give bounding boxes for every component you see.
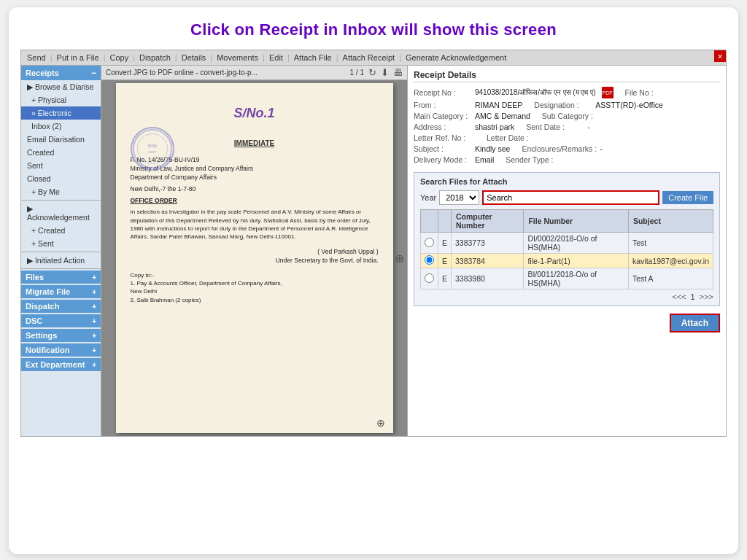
- sidebar-item-closed[interactable]: Closed: [21, 172, 101, 185]
- close-button[interactable]: ✕: [714, 50, 726, 62]
- file-no-label: File No :: [625, 88, 684, 97]
- doc-page-info: 1 / 1: [350, 69, 364, 77]
- sidebar-receipts-header: Receipts −: [21, 66, 101, 80]
- toolbar-movements[interactable]: Movements: [215, 52, 260, 63]
- svg-point-1: [137, 133, 167, 163]
- row3-radio[interactable]: [421, 268, 438, 289]
- sidebar-item-acknowledgement[interactable]: ▶ Acknowledgement: [21, 202, 101, 224]
- from-row: From : RIMAN DEEP Designation : ASSTT(RD…: [414, 101, 720, 109]
- sidebar: Receipts − ▶ Browse & Diarise + Physical…: [21, 66, 101, 436]
- sidebar-item-by-me[interactable]: + By Me: [21, 185, 101, 198]
- sent-date-label: Sent Date :: [526, 122, 584, 131]
- attach-button[interactable]: Attach: [670, 314, 720, 332]
- enclosures-label: Enclosures/Remarks :: [522, 144, 597, 153]
- sidebar-collapse-button[interactable]: −: [91, 68, 96, 78]
- sidebar-section-dsc[interactable]: DSC +: [21, 314, 101, 327]
- year-select[interactable]: 2018 2017 2016: [439, 190, 479, 205]
- pagination-row: <<< 1 >>>: [420, 292, 713, 301]
- designation-value: ASSTT(RD)-eOffice: [595, 101, 663, 109]
- row2-radio[interactable]: [421, 254, 438, 268]
- svg-point-0: [133, 130, 171, 168]
- search-input[interactable]: [482, 190, 659, 205]
- doc-zoom-icon[interactable]: ⊕: [376, 417, 385, 429]
- doc-seal: INDIA GOVT: [131, 127, 174, 171]
- row3-subject: Test A: [628, 268, 713, 289]
- attach-row: Attach: [414, 314, 720, 332]
- receipt-panel: Receipt Details Receipt No : 941038/2018…: [408, 66, 726, 436]
- sidebar-divider-1: [21, 200, 101, 201]
- sidebar-section-files[interactable]: Files +: [21, 271, 101, 284]
- page-last-icon[interactable]: >>>: [700, 292, 713, 301]
- toolbar-details[interactable]: Details: [180, 52, 208, 63]
- sidebar-item-email-diarisation[interactable]: Email Diarisation: [21, 133, 101, 146]
- sidebar-item-electronic[interactable]: » Electronic: [21, 106, 101, 120]
- content-area: Receipts − ▶ Browse & Diarise + Physical…: [21, 66, 726, 436]
- toolbar-attach-file[interactable]: Attach File: [293, 52, 333, 63]
- sidebar-item-initiated-action[interactable]: ▶ Initiated Action: [21, 254, 101, 267]
- sidebar-item-physical[interactable]: + Physical: [21, 93, 101, 106]
- doc-viewer-toolbar: Convert JPG to PDF online - convert-jpg-…: [101, 66, 407, 80]
- row1-radio[interactable]: [421, 233, 438, 254]
- letter-date-label: Letter Date :: [487, 133, 545, 142]
- sidebar-section-migrate-file[interactable]: Migrate File +: [21, 285, 101, 298]
- doc-print-icon[interactable]: 🖶: [393, 67, 403, 78]
- doc-page: S/No.1 INDIA GOVT IMMEDIATE F. No. 14/2: [116, 83, 393, 433]
- toolbar-put-in-file[interactable]: Put in a File: [55, 52, 101, 63]
- migrate-file-expand-icon: +: [92, 288, 96, 296]
- delivery-value: Email: [475, 155, 494, 164]
- sidebar-section-ext-department[interactable]: Ext Department +: [21, 358, 101, 371]
- doc-content: S/No.1 INDIA GOVT IMMEDIATE F. No. 14/2: [101, 80, 407, 436]
- ext-dept-expand-icon: +: [92, 361, 96, 369]
- doc-download-icon[interactable]: ⬇: [381, 67, 389, 78]
- row2-comp-num: 3383784: [452, 254, 524, 268]
- col-subject: Subject: [628, 210, 713, 233]
- sidebar-item-browse-diarise[interactable]: ▶ Browse & Diarise: [21, 80, 101, 93]
- row1-type: E: [438, 233, 452, 254]
- pdf-icon[interactable]: PDF: [602, 87, 614, 98]
- page-first-icon[interactable]: <<<: [672, 292, 686, 301]
- toolbar-edit[interactable]: Edit: [268, 52, 285, 63]
- files-expand-icon: +: [92, 273, 96, 281]
- sidebar-item-ack-created[interactable]: + Created: [21, 224, 101, 237]
- sidebar-section-notification[interactable]: Notification +: [21, 343, 101, 357]
- toolbar-copy[interactable]: Copy: [109, 52, 131, 63]
- doc-title: Convert JPG to PDF online - convert-jpg-…: [106, 69, 346, 77]
- page-number: 1: [691, 292, 695, 301]
- toolbar: Send | Put in a File | Copy | Dispatch |…: [21, 50, 726, 66]
- sidebar-item-inbox[interactable]: Inbox (2): [21, 120, 101, 133]
- table-row[interactable]: E 3383784 file-1-Part(1) kavita1987@eci.…: [421, 254, 713, 268]
- search-row: Year 2018 2017 2016 Create File: [420, 190, 713, 205]
- table-header-row: Computer Number File Number Subject: [421, 210, 713, 233]
- table-row[interactable]: E 3383980 BI/0011/2018-O/o of HS(MHA) Te…: [421, 268, 713, 289]
- letter-ref-label: Letter Ref. No :: [414, 133, 472, 142]
- settings-expand-icon: +: [92, 332, 96, 340]
- row3-comp-num: 3383980: [452, 268, 524, 289]
- row3-type: E: [438, 268, 452, 289]
- col-type: [438, 210, 452, 233]
- sent-date-value: -: [587, 122, 590, 131]
- toolbar-attach-receipt[interactable]: Attach Receipt: [341, 52, 397, 63]
- doc-scroll-right-icon[interactable]: ⊕: [395, 252, 404, 265]
- doc-refresh-icon[interactable]: ↻: [368, 67, 376, 78]
- sidebar-item-sent[interactable]: Sent: [21, 159, 101, 172]
- receipt-no-value: 941038/2018/ऑफिस/ऑफ एन एस (म एच ए): [475, 88, 596, 97]
- toolbar-generate-acknowledgement[interactable]: Generate Acknowledgement: [404, 52, 508, 63]
- receipt-no-row: Receipt No : 941038/2018/ऑफिस/ऑफ एन एस (…: [414, 87, 720, 98]
- search-files-box: Search Files for Attach Year 2018 2017 2…: [414, 172, 720, 306]
- sidebar-item-ack-sent[interactable]: + Sent: [21, 237, 101, 250]
- year-label: Year: [420, 193, 436, 202]
- sidebar-item-created[interactable]: Created: [21, 146, 101, 159]
- from-label: From :: [414, 101, 472, 109]
- sidebar-section-dispatch[interactable]: Dispatch +: [21, 300, 101, 313]
- table-row[interactable]: E 3383773 DI/0002/2018-O/o of HS(MHA) Te…: [421, 233, 713, 254]
- receipt-details-grid: Receipt No : 941038/2018/ऑफिस/ऑफ एन एस (…: [414, 87, 720, 166]
- enclosures-value: -: [600, 144, 603, 153]
- ui-frame: ✕ Send | Put in a File | Copy | Dispatch…: [20, 50, 727, 437]
- sidebar-section-settings[interactable]: Settings +: [21, 329, 101, 342]
- create-file-button[interactable]: Create File: [662, 191, 713, 204]
- toolbar-dispatch[interactable]: Dispatch: [138, 52, 172, 63]
- svg-text:GOVT: GOVT: [148, 151, 156, 154]
- doc-viewer: Convert JPG to PDF online - convert-jpg-…: [101, 66, 408, 436]
- toolbar-send[interactable]: Send: [26, 52, 47, 63]
- row3-file-num: BI/0011/2018-O/o of HS(MHA): [524, 268, 629, 289]
